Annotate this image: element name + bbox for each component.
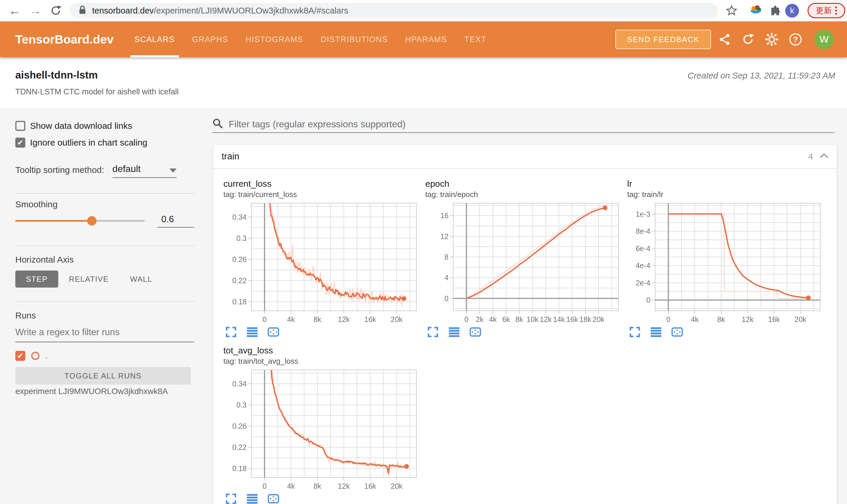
browser-reload-icon[interactable] [48,2,64,19]
tab-distributions[interactable]: DISTRIBUTIONS [320,21,388,57]
browser-update-menu-button[interactable]: 更新 [808,3,845,18]
fit-domain-icon[interactable] [671,326,683,338]
tooltip-sorting-label: Tooltip sorting method: [15,165,104,178]
svg-text:8k: 8k [717,315,725,323]
svg-text:2e-4: 2e-4 [636,279,651,287]
tab-histograms[interactable]: HISTOGRAMS [245,21,304,57]
run-checkbox-checked-icon[interactable]: ✔ [15,351,25,361]
refresh-icon[interactable] [741,32,755,47]
tab-text[interactable]: TEXT [464,21,487,57]
train-group-header[interactable]: train 4 [213,145,837,169]
fit-domain-icon[interactable] [267,493,279,504]
haxis-relative-button[interactable]: RELATIVE [58,271,120,288]
svg-text:0: 0 [666,315,670,323]
share-icon[interactable] [718,32,732,47]
extensions-puzzle-icon[interactable] [767,2,784,19]
checkbox-checked-icon[interactable]: ✔ [15,138,25,148]
run-color-circle-icon[interactable] [31,352,39,360]
tooltip-sorting-row: Tooltip sorting method: default [15,163,177,178]
svg-text:0.18: 0.18 [232,298,247,306]
log-scale-icon[interactable] [448,326,460,338]
haxis-step-button[interactable]: STEP [15,271,58,288]
chevron-up-icon[interactable] [819,152,829,161]
help-icon[interactable]: ? [789,32,802,47]
svg-text:0.26: 0.26 [232,422,247,430]
run-list-item[interactable]: ✔ . [15,351,47,361]
log-scale-icon[interactable] [246,493,258,504]
fit-domain-icon[interactable] [267,326,279,338]
smoothing-slider-row: 0.6 [15,214,194,228]
chart-plot[interactable]: 04k8k12k16k20k02e-44e-46e-48e-41e-3 [627,201,822,323]
chart-plot[interactable]: 02k4k6k8k10k12k14k16k18k20k0481216 [425,201,620,323]
expand-icon[interactable] [427,326,439,338]
haxis-wall-button[interactable]: WALL [120,271,163,288]
svg-text:12k: 12k [742,315,754,323]
browser-back-icon[interactable]: ← [6,2,23,19]
svg-text:4k: 4k [691,315,699,323]
svg-text:4: 4 [444,273,449,282]
chart-plot[interactable]: 04k8k12k16k20k0.180.220.260.30.34 [223,368,418,490]
tooltip-sorting-select[interactable]: default [113,163,177,178]
svg-text:20k: 20k [391,315,403,323]
chart-tag: tag: train/tot_avg_loss [223,357,418,366]
browser-forward-icon[interactable]: → [27,2,44,19]
chart-tag: tag: train/current_loss [223,190,418,199]
runs-filter-input[interactable]: Write a regex to filter runs [15,327,194,342]
chart-title: tot_avg_loss [223,345,418,356]
svg-text:4k: 4k [489,315,497,323]
browser-profile-avatar[interactable]: k [785,4,799,18]
log-scale-icon[interactable] [246,326,258,338]
svg-text:0.22: 0.22 [232,443,247,451]
svg-text:8k: 8k [515,315,523,323]
browser-toolbar: ← → tensorboard.dev/experiment/LJI9MWUOR… [0,0,847,21]
tab-graphs[interactable]: GRAPHS [192,21,229,57]
smoothing-slider[interactable] [15,220,145,222]
train-group-card: train 4 current_losstag: train/current_l… [213,145,837,504]
svg-text:0: 0 [444,294,449,303]
group-title: train [222,151,239,162]
divider [15,246,194,246]
filter-tags-placeholder: Filter tags (regular expressions support… [229,119,405,130]
settings-gear-icon[interactable] [765,32,779,47]
divider [15,193,194,194]
svg-text:0.18: 0.18 [232,464,247,472]
svg-text:8k: 8k [313,315,322,323]
horizontal-axis-group: STEPRELATIVEWALL [15,271,163,288]
svg-text:16: 16 [440,212,449,220]
expand-icon[interactable] [629,326,641,338]
app-logo[interactable]: TensorBoard.dev [15,21,114,57]
user-avatar[interactable]: W [814,30,834,49]
svg-text:14k: 14k [553,315,565,323]
expand-icon[interactable] [225,326,237,338]
lock-icon [78,5,87,16]
tab-hparams[interactable]: HPARAMS [405,21,448,57]
smoothing-value-field[interactable]: 0.6 [157,214,194,228]
svg-text:12k: 12k [338,482,350,490]
filter-tags-input[interactable]: Filter tags (regular expressions support… [212,116,835,133]
bookmark-star-icon[interactable] [723,2,740,19]
svg-text:12k: 12k [338,315,350,323]
ignore-outliers-row[interactable]: ✔ Ignore outliers in chart scaling [15,138,148,148]
show-download-links-row[interactable]: Show data download links [15,121,132,131]
checkbox-label: Show data download links [30,121,132,131]
fit-domain-icon[interactable] [469,326,481,338]
svg-text:6k: 6k [502,315,510,323]
tab-scalars[interactable]: SCALARS [134,21,175,57]
main-pane: Filter tags (regular expressions support… [203,108,847,504]
experiment-description: TDNN-LSTM CTC model for aishell with ice… [15,87,179,96]
toggle-all-runs-button[interactable]: TOGGLE ALL RUNS [15,367,191,384]
address-bar[interactable]: tensorboard.dev/experiment/LJI9MWUORLOw3… [70,3,718,18]
extension-bowl-icon[interactable] [747,2,764,19]
svg-text:0.26: 0.26 [232,255,247,264]
slider-knob[interactable] [87,216,97,226]
chart-tag: tag: train/lr [627,190,822,199]
scalar-chart-card: lrtag: train/lr04k8k12k16k20k02e-44e-46e… [627,179,822,338]
chart-plot[interactable]: 04k8k12k16k20k0.180.220.260.30.34 [223,201,418,323]
svg-text:6e-4: 6e-4 [636,244,651,253]
chart-toolbar [223,326,418,338]
expand-icon[interactable] [225,493,237,504]
update-label: 更新 [816,5,832,16]
send-feedback-button[interactable]: SEND FEEDBACK [616,30,711,49]
checkbox-unchecked-icon[interactable] [15,121,25,131]
log-scale-icon[interactable] [650,326,662,338]
